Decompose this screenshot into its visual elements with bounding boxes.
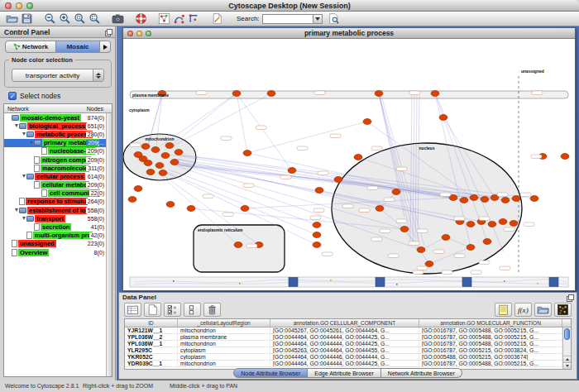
- table-cell[interactable]: YPL036W__1: [125, 341, 178, 347]
- import-icon[interactable]: [534, 303, 552, 317]
- tab-network[interactable]: Network: [5, 41, 56, 53]
- network-overview-icon[interactable]: [157, 12, 171, 26]
- table-cell[interactable]: YPL036W__2: [125, 334, 178, 340]
- network-canvas[interactable]: plasma membranecytoplasmmitochondrionnuc…: [123, 39, 575, 290]
- table-cell[interactable]: YKR052C: [125, 354, 178, 360]
- tree-row[interactable]: multi-organism pro42(0): [4, 232, 112, 240]
- table-row[interactable]: YPL036W__2plasma membrane[GO:0044464, GO…: [125, 334, 571, 341]
- search-input[interactable]: [262, 14, 313, 24]
- tree-row[interactable]: macromolecule311(0): [4, 164, 112, 172]
- zoom-fit-icon[interactable]: [88, 12, 102, 26]
- tree-row[interactable]: cellular metabo209(0): [4, 181, 112, 189]
- tree-row[interactable]: unassigned223(0): [4, 240, 112, 248]
- create-attribute-icon[interactable]: [144, 303, 161, 317]
- tree-row[interactable]: Overview8(0): [4, 248, 112, 256]
- table-row[interactable]: YDR039C__1mitochondrion[GO:0044464, GO:0…: [125, 361, 571, 367]
- table-cell[interactable]: [GO:0044464, GO:0044446, GO:0044444, G..…: [270, 354, 419, 360]
- tree-row[interactable]: metabolic process280(0): [4, 130, 112, 138]
- tree-row[interactable]: establishment of lo558(0): [4, 206, 112, 214]
- table-cell[interactable]: mitochondrion: [178, 341, 270, 347]
- tree-row[interactable]: mosaic-demo-yeast874(0): [4, 113, 112, 122]
- table-row[interactable]: YPL036W__1mitochondrion[GO:0044464, GO:0…: [125, 341, 571, 347]
- tree-row[interactable]: nucleobase-co209(0): [4, 147, 112, 155]
- table-cell[interactable]: [GO:0045267, GO:0045261, GO:0044464, G..…: [270, 327, 419, 333]
- tab-network-attribute-browser[interactable]: Network Attribute Browser: [381, 368, 462, 378]
- save-icon[interactable]: [20, 12, 34, 26]
- zoom-in-icon[interactable]: [58, 12, 72, 26]
- float-panel-icon[interactable]: [105, 29, 112, 36]
- attribute-table-icon[interactable]: [124, 303, 141, 317]
- table-cell[interactable]: YJR121W__1: [125, 327, 178, 333]
- frame-minimize-button[interactable]: [136, 31, 142, 36]
- tab-node-attribute-browser[interactable]: Node Attribute Browser: [233, 368, 308, 378]
- tree-header[interactable]: Network Nodes: [4, 104, 112, 113]
- tab-mosaic[interactable]: Mosaic: [56, 41, 100, 53]
- table-cell[interactable]: [GO:0044464, GO:0044444, GO:0044425, G..…: [270, 341, 419, 347]
- node-color-dropdown[interactable]: transporter activity: [12, 69, 104, 82]
- disclosure-triangle-icon[interactable]: [13, 208, 19, 212]
- matrix-icon[interactable]: [554, 303, 572, 317]
- table-cell[interactable]: mitochondrion: [178, 327, 270, 333]
- column-header[interactable]: _cellularLayoutRegion: [178, 319, 270, 327]
- frame-close-button[interactable]: [127, 31, 133, 36]
- tree-row[interactable]: nitrogen compo209(0): [4, 155, 112, 164]
- column-header[interactable]: annotation.GO MOLECULAR_FUNCTION: [419, 319, 562, 327]
- network-window-titlebar[interactable]: primary metabolic process: [123, 28, 575, 39]
- table-cell[interactable]: [GO:0016787, GO:0005488, GO:0005215, G..…: [419, 327, 562, 333]
- tree-row[interactable]: cell communicat22(0): [4, 189, 112, 198]
- data-panel-float-icon[interactable]: [567, 294, 574, 302]
- disclosure-triangle-icon[interactable]: [13, 124, 19, 127]
- tree-row[interactable]: cellular process614(0): [4, 172, 112, 180]
- table-cell[interactable]: mitochondrion: [178, 361, 270, 366]
- layout-icon[interactable]: [187, 12, 201, 26]
- table-cell[interactable]: [GO:0045263, GO:0044464, GO:0044455, G..…: [270, 347, 419, 353]
- table-row[interactable]: YJR121W__1mitochondrion[GO:0045267, GO:0…: [125, 327, 571, 334]
- table-cell[interactable]: [GO:0016787, GO:0005488, GO:0005215, G..…: [419, 341, 562, 347]
- disclosure-triangle-icon[interactable]: [21, 174, 26, 178]
- notes-icon[interactable]: [495, 303, 512, 317]
- table-cell[interactable]: [GO:0016787, GO:0005488, GO:0005215, G..…: [419, 361, 562, 366]
- table-scrollbar-thumb[interactable]: [564, 328, 570, 340]
- tree-row[interactable]: response to stimulu264(0): [4, 198, 112, 206]
- table-cell[interactable]: plasma membrane: [178, 334, 270, 340]
- table-cell[interactable]: cytoplasm: [178, 354, 270, 360]
- column-header[interactable]: ID: [125, 319, 178, 327]
- frame-zoom-button[interactable]: [146, 31, 151, 36]
- annotation-icon[interactable]: [210, 12, 224, 26]
- table-cell[interactable]: [GO:0005488, GO:0005215, GO:0003674]: [419, 354, 562, 360]
- tab-edge-attribute-browser[interactable]: Edge Attribute Browser: [308, 368, 381, 378]
- table-cell[interactable]: [GO:0044464, GO:0044444, GO:0044425, G..…: [270, 334, 419, 340]
- table-cell[interactable]: YLR295C: [125, 347, 178, 353]
- disclosure-triangle-icon[interactable]: [21, 217, 26, 220]
- disclosure-triangle-icon[interactable]: [28, 141, 34, 145]
- search-options-icon[interactable]: [327, 12, 341, 26]
- table-cell[interactable]: cytoplasm: [178, 347, 270, 353]
- first-neighbors-icon[interactable]: [172, 12, 186, 26]
- tree-row[interactable]: transport558(0): [4, 214, 112, 222]
- help-lifering-icon[interactable]: [134, 12, 148, 26]
- tab-overflow-button[interactable]: [100, 41, 111, 53]
- select-nodes-checkbox[interactable]: [8, 92, 17, 100]
- column-header[interactable]: annotation.GO CELLULAR_COMPONENT: [270, 319, 419, 327]
- tree-scrollbar[interactable]: [106, 113, 112, 376]
- tree-row[interactable]: primary metabolic209(...: [4, 139, 112, 147]
- unselect-attributes-icon[interactable]: [184, 303, 201, 317]
- scroll-up-button[interactable]: [563, 356, 571, 362]
- table-scrollbar[interactable]: [562, 327, 571, 369]
- table-row[interactable]: YKR052Ccytoplasm[GO:0044464, GO:0044446,…: [125, 354, 571, 361]
- disclosure-triangle-icon[interactable]: [21, 132, 26, 136]
- table-cell[interactable]: [GO:0044464, GO:0044444, GO:0044425, G..…: [270, 361, 419, 366]
- tree-row[interactable]: secretion41(0): [4, 222, 112, 231]
- table-cell[interactable]: YDR039C__1: [125, 361, 178, 366]
- zoom-out-icon[interactable]: [43, 12, 57, 26]
- delete-attribute-icon[interactable]: [203, 303, 221, 317]
- search-dropdown-button[interactable]: [313, 14, 323, 24]
- table-cell[interactable]: [GO:0016787, GO:0005488, GO:0005215, G..…: [419, 334, 562, 340]
- table-row[interactable]: YLR295Ccytoplasm[GO:0045263, GO:0044464,…: [125, 347, 571, 354]
- table-cell[interactable]: [GO:0016787, GO:0005215, GO:0003824, G..…: [419, 347, 562, 353]
- tree-row[interactable]: biological_process651(0): [4, 122, 112, 130]
- formula-icon[interactable]: f(x): [514, 303, 532, 317]
- select-attributes-icon[interactable]: [164, 303, 181, 317]
- zoom-region-icon[interactable]: [73, 12, 87, 26]
- snapshot-camera-icon[interactable]: [111, 12, 125, 26]
